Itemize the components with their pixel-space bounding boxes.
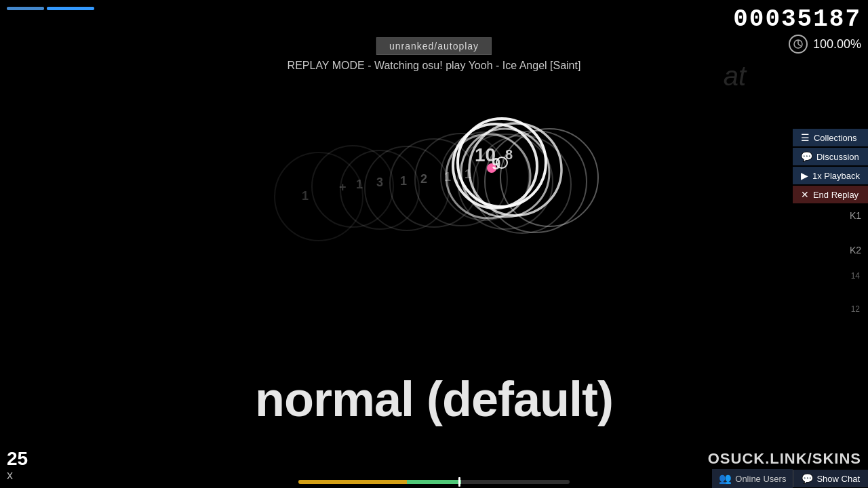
show-chat-button[interactable]: 💬 Show Chat [793,470,868,487]
chat-icon: 💬 [801,151,812,162]
accuracy-text: 100.00% [813,37,861,52]
key-indicators: K1 K2 [850,210,861,256]
play-icon: ▶ [801,170,808,181]
end-replay-label: End Replay [813,190,859,200]
online-users-button[interactable]: 👥 Online Users [712,469,793,488]
discussion-label: Discussion [816,152,859,162]
svg-text:2: 2 [420,172,427,186]
chat-bubble-icon: 💬 [802,473,813,484]
skin-text: normal (default) [255,371,613,427]
svg-text:+: + [339,180,347,194]
discussion-button[interactable]: 💬 Discussion [793,148,868,165]
bottom-right-panel: 👥 Online Users 💬 Show Chat [712,469,868,488]
users-icon: 👥 [719,472,732,485]
svg-text:10: 10 [475,144,496,165]
combo-suffix: x [7,468,28,483]
hit-count-2: 12 [851,304,860,314]
svg-text:1: 1 [400,174,407,188]
svg-text:1: 1 [444,170,451,184]
bottom-left: 25 x [7,449,28,483]
timeline[interactable] [298,476,570,488]
online-users-label: Online Users [735,474,786,484]
hit-count-1: 14 [851,271,860,281]
list-icon: ☰ [801,132,810,143]
svg-text:1: 1 [356,178,363,191]
svg-text:3: 3 [376,176,383,189]
combo-display: 25 x [7,449,28,483]
k1-label: K1 [850,210,861,221]
accuracy-circle [789,35,808,54]
combo-number: 25 [7,449,28,468]
osuck-link: OSUCK.LINK/SKINS [708,450,861,468]
show-chat-label: Show Chat [816,474,860,484]
right-panel: ☰ Collections 💬 Discussion ▶ 1x Playback… [793,129,868,203]
k2-label: K2 [850,245,861,256]
svg-text:1: 1 [465,167,471,181]
svg-text:8: 8 [505,147,513,162]
x-icon: ✕ [801,189,809,200]
playback-button[interactable]: ▶ 1x Playback [793,167,868,184]
collections-label: Collections [814,133,857,143]
timeline-yellow [298,480,407,484]
end-replay-button[interactable]: ✕ End Replay [793,186,868,203]
hit-counts: 14 12 [851,271,860,314]
playback-label: 1x Playback [812,171,860,181]
svg-line-2 [798,44,801,46]
collections-button[interactable]: ☰ Collections [793,129,868,146]
timeline-bar[interactable] [298,480,570,484]
timeline-green [407,480,461,484]
circles-svg: 1 + 1 3 1 2 1 1 9 10 8 [237,81,658,298]
timeline-cursor [458,477,460,487]
svg-text:1: 1 [302,189,309,203]
